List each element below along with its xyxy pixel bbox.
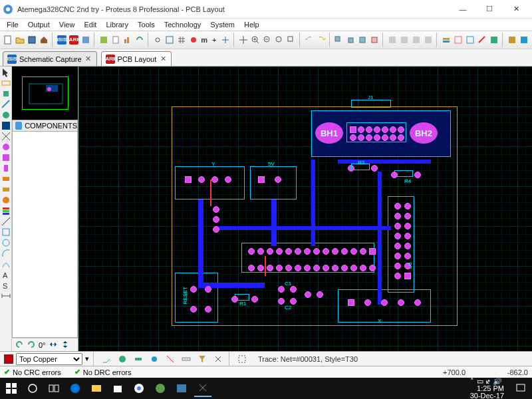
settings-icon[interactable] [194, 380, 211, 397]
make-icon[interactable] [399, 33, 410, 47]
zoom-out-icon[interactable] [262, 33, 273, 47]
app-icon[interactable] [152, 380, 169, 397]
close-icon[interactable]: ✕ [159, 55, 167, 63]
layers-icon[interactable] [441, 33, 452, 47]
chrome-icon[interactable] [130, 380, 148, 397]
area-icon[interactable] [164, 33, 175, 47]
center-icon[interactable] [238, 33, 249, 47]
false-origin-icon[interactable] [220, 33, 231, 47]
zoom-area-icon[interactable] [286, 33, 297, 47]
box-icon[interactable] [1, 227, 11, 237]
flip-h-icon[interactable] [49, 340, 58, 350]
dimension-icon[interactable] [1, 291, 11, 301]
wifi-icon[interactable]: ⸙ [486, 378, 490, 385]
menu-file[interactable]: File [3, 20, 23, 29]
circle-icon[interactable] [1, 238, 11, 247]
text-icon[interactable]: A [1, 270, 11, 279]
save-icon[interactable] [27, 33, 37, 47]
selection-icon[interactable] [235, 352, 249, 366]
store-icon[interactable] [109, 380, 126, 397]
tab-schematic[interactable]: ISIS Schematic Capture ✕ [3, 51, 97, 66]
system-tray[interactable]: ˄ ▭ ⸙ 🔊 [470, 378, 504, 385]
auto-track-icon[interactable] [132, 352, 145, 366]
undo-icon[interactable] [304, 33, 315, 47]
block-delete-icon[interactable] [369, 33, 380, 47]
component-icon[interactable] [1, 78, 11, 88]
decompose-icon[interactable] [423, 33, 434, 47]
block-rotate-icon[interactable] [357, 33, 368, 47]
package-mode-icon[interactable] [1, 89, 11, 98]
grid-icon[interactable] [176, 33, 187, 47]
package-icon[interactable] [411, 33, 422, 47]
round-pad-icon[interactable] [1, 142, 11, 152]
notifications-icon[interactable] [512, 380, 529, 397]
menu-library[interactable]: Library [102, 20, 132, 29]
cortana-icon[interactable] [24, 380, 41, 397]
menu-help[interactable]: Help [240, 20, 263, 29]
refresh-icon[interactable] [134, 33, 145, 47]
layer-select[interactable]: Top Copper [16, 353, 82, 365]
ares-icon[interactable]: ARES [68, 33, 79, 47]
start-icon[interactable] [3, 380, 20, 397]
new-icon[interactable] [3, 33, 13, 47]
drc-live-icon[interactable] [164, 352, 177, 366]
close-icon[interactable]: ✕ [84, 55, 92, 63]
poly-pad-icon[interactable] [1, 196, 11, 205]
pcb-canvas[interactable]: BH1 BH2 J1 [78, 66, 532, 351]
clock-date[interactable]: 30-Dec-17 [470, 392, 504, 400]
layer-swatch[interactable] [4, 354, 13, 364]
verify-icon[interactable] [519, 33, 529, 47]
maximize-button[interactable]: ☐ [476, 1, 503, 17]
battery-icon[interactable]: ▭ [477, 378, 483, 385]
overview-panel[interactable] [12, 66, 78, 120]
volume-icon[interactable]: 🔊 [493, 378, 502, 385]
chevron-down-icon[interactable]: ▾ [85, 354, 89, 363]
metric-icon[interactable]: m [200, 33, 209, 47]
block-move-icon[interactable] [345, 33, 356, 47]
window-icon[interactable] [173, 380, 190, 397]
close-button[interactable]: ✕ [503, 1, 529, 17]
track-icon[interactable] [1, 100, 11, 109]
clock-time[interactable]: 1:25 PM [470, 385, 504, 392]
minimize-button[interactable]: — [450, 1, 476, 17]
cut-icon[interactable] [211, 352, 225, 366]
tab-pcb[interactable]: ARES PCB Layout ✕ [101, 51, 172, 66]
arc-icon[interactable] [1, 249, 11, 258]
design-rules-icon[interactable] [477, 33, 487, 47]
line-icon[interactable] [1, 217, 11, 226]
menu-tools[interactable]: Tools [134, 20, 159, 29]
pick-icon[interactable] [387, 33, 398, 47]
menu-view[interactable]: View [55, 20, 79, 29]
3d-icon[interactable] [80, 33, 91, 47]
symbol-icon[interactable]: S [1, 281, 11, 290]
menu-edit[interactable]: Edit [80, 20, 100, 29]
zone-icon[interactable] [1, 121, 11, 130]
rotate-ccw-icon[interactable] [15, 340, 24, 350]
padstack-icon[interactable] [1, 206, 11, 215]
via-icon[interactable] [1, 110, 11, 120]
components-header[interactable]: COMPONENTS [12, 120, 78, 132]
edge-icon[interactable] [66, 380, 84, 397]
isis-icon[interactable]: ISIS [57, 33, 67, 47]
togglelayers-icon[interactable] [453, 33, 464, 47]
rotate-cw-icon[interactable] [27, 340, 36, 350]
select-icon[interactable] [1, 68, 11, 77]
flip-v-icon[interactable] [61, 340, 70, 350]
components-list[interactable] [12, 132, 78, 338]
auto-via-icon[interactable] [148, 352, 161, 366]
square-pad-icon[interactable] [1, 153, 11, 162]
origin-icon[interactable] [188, 33, 199, 47]
auto-trace-neck-icon[interactable] [116, 352, 129, 366]
zoom-all-icon[interactable] [274, 33, 285, 47]
trace-angle-icon[interactable] [100, 352, 113, 366]
snap-icon[interactable]: + [210, 33, 219, 47]
path-icon[interactable] [1, 259, 11, 269]
home-icon[interactable] [39, 33, 49, 47]
bom-icon[interactable] [98, 33, 109, 47]
explorer-icon[interactable] [88, 380, 105, 397]
board-icon[interactable] [465, 33, 475, 47]
smt-pad-icon[interactable] [1, 185, 11, 194]
block-copy-icon[interactable] [333, 33, 344, 47]
menu-technology[interactable]: Technology [160, 20, 205, 29]
pan-icon[interactable] [152, 33, 163, 47]
